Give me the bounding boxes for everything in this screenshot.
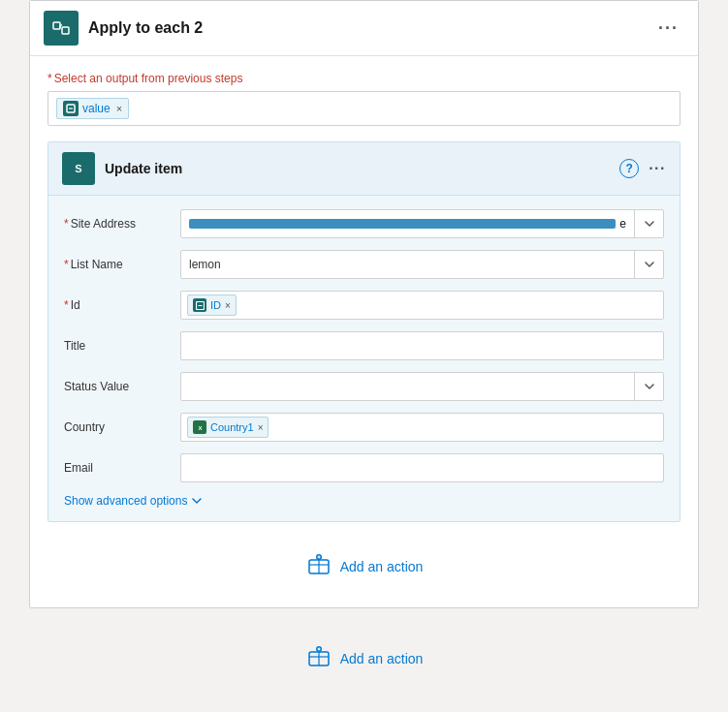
outer-add-action-icon <box>305 645 332 672</box>
country-tag-icon: X <box>193 420 206 434</box>
email-input[interactable] <box>180 453 664 482</box>
update-item-more-button[interactable]: ··· <box>649 160 666 177</box>
list-name-value: lemon <box>181 253 634 276</box>
status-value-text <box>181 382 634 391</box>
site-address-blurred: e <box>181 212 634 235</box>
sharepoint-icon: S <box>62 152 95 185</box>
update-item-form: *Site Address e <box>48 196 680 521</box>
svg-rect-0 <box>53 22 60 29</box>
site-address-label: *Site Address <box>64 217 171 231</box>
status-value-dropdown[interactable] <box>180 372 664 401</box>
svg-text:S: S <box>75 163 81 174</box>
required-star: * <box>47 72 52 85</box>
email-label: Email <box>64 461 171 475</box>
list-name-label: *List Name <box>64 258 171 271</box>
update-item-title: Update item <box>105 161 610 176</box>
site-address-row: *Site Address e <box>64 209 664 238</box>
title-row: Title <box>64 331 664 360</box>
email-row: Email <box>64 453 664 482</box>
list-name-dropdown[interactable]: lemon <box>180 250 664 279</box>
apply-to-each-icon <box>44 11 79 46</box>
site-address-arrow[interactable] <box>634 210 663 237</box>
status-value-row: Status Value <box>64 372 664 401</box>
inner-add-action-label: Add an action <box>340 559 424 574</box>
update-item-header: S Update item ? ··· <box>48 142 680 196</box>
value-tag-close[interactable]: × <box>116 103 122 114</box>
header-more-button[interactable]: ··· <box>652 15 684 43</box>
country-label: Country <box>64 420 171 434</box>
blurred-url <box>189 219 616 229</box>
inner-add-action-container: Add an action <box>47 545 681 588</box>
list-name-row: *List Name lemon <box>64 250 664 279</box>
country-row: Country X Country1 <box>64 413 664 442</box>
country-input[interactable]: X Country1 × <box>180 413 664 442</box>
select-output-input[interactable]: value × <box>47 91 681 126</box>
site-address-dropdown[interactable]: e <box>180 209 664 238</box>
id-row: *Id ID × <box>64 291 664 320</box>
status-value-arrow[interactable] <box>634 373 663 400</box>
svg-text:X: X <box>198 425 202 431</box>
value-tag-icon <box>63 101 79 116</box>
inner-add-action-icon <box>305 553 332 580</box>
value-tag: value × <box>56 98 129 119</box>
help-icon[interactable]: ? <box>619 159 639 178</box>
update-item-card: S Update item ? ··· *Site Address <box>47 141 681 522</box>
id-input[interactable]: ID × <box>180 291 664 320</box>
id-label: *Id <box>64 298 171 312</box>
show-advanced-options[interactable]: Show advanced options <box>64 494 664 508</box>
page-container: Apply to each 2 ··· *Select an output fr… <box>0 0 728 712</box>
outer-add-action-container: Add an action <box>29 637 699 680</box>
outer-add-action-label: Add an action <box>340 651 424 666</box>
country-tag-text: Country1 <box>210 421 254 433</box>
id-tag-text: ID <box>210 299 221 311</box>
outer-add-action-button[interactable]: Add an action <box>290 637 439 680</box>
country-tag: X Country1 × <box>187 417 269 438</box>
id-tag: ID × <box>187 294 237 316</box>
title-input[interactable] <box>180 331 664 360</box>
card-header: Apply to each 2 ··· <box>30 1 698 56</box>
id-tag-close[interactable]: × <box>225 300 231 311</box>
select-output-label: *Select an output from previous steps <box>47 72 681 85</box>
value-tag-text: value <box>82 102 111 115</box>
card-body: *Select an output from previous steps va… <box>30 56 698 607</box>
main-card: Apply to each 2 ··· *Select an output fr… <box>29 0 699 608</box>
status-value-label: Status Value <box>64 380 171 393</box>
update-item-actions: ? ··· <box>619 159 666 178</box>
country-tag-close[interactable]: × <box>258 422 264 433</box>
card-title: Apply to each 2 <box>88 19 643 37</box>
advanced-options-label: Show advanced options <box>64 494 187 508</box>
inner-add-action-button[interactable]: Add an action <box>290 545 439 588</box>
svg-rect-1 <box>62 27 69 34</box>
title-label: Title <box>64 339 171 353</box>
id-tag-icon <box>193 298 206 312</box>
list-name-arrow[interactable] <box>634 251 663 278</box>
